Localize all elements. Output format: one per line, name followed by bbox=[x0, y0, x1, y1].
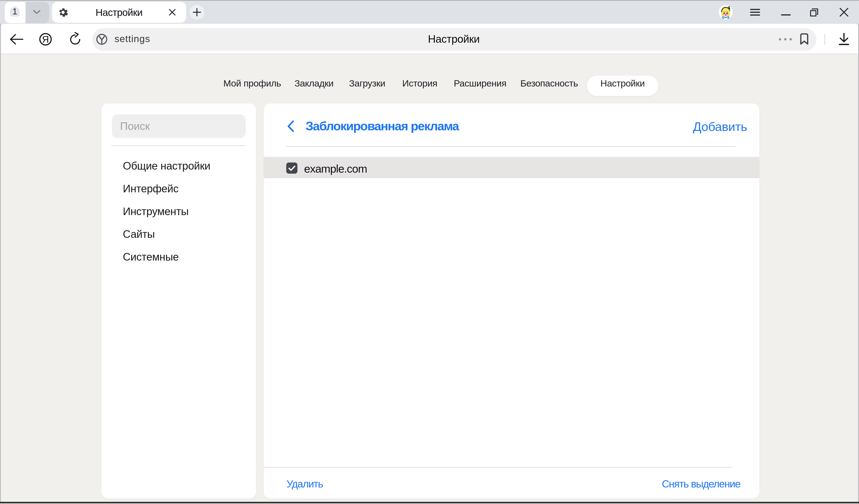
svg-text:Я: Я bbox=[42, 34, 49, 45]
svg-text:1: 1 bbox=[13, 7, 17, 16]
